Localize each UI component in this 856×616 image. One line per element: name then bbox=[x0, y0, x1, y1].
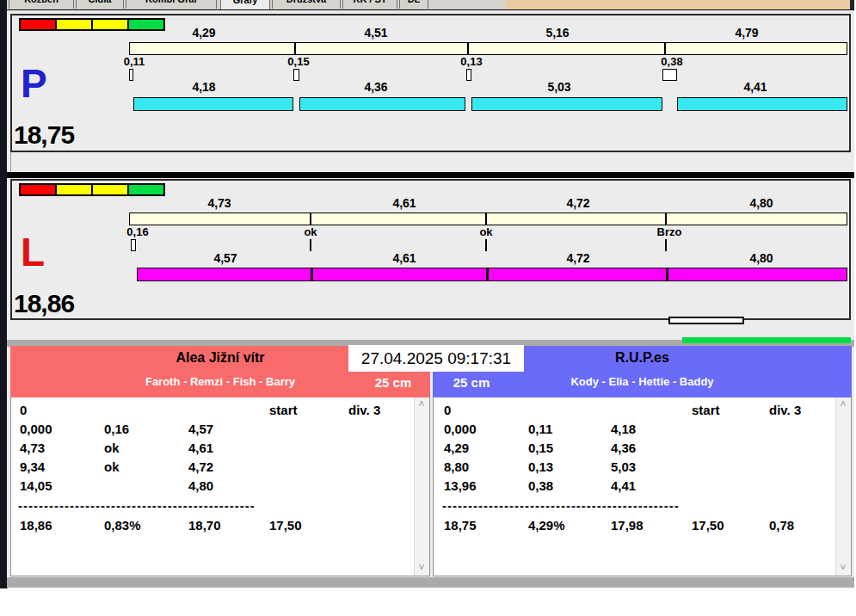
table-cell: 9,34 bbox=[20, 459, 45, 474]
p-gap4-label: 0,38 bbox=[661, 55, 682, 68]
team-left-members: Faroth - Remzi - Fish - Barry bbox=[10, 375, 430, 388]
p-gap4-box bbox=[662, 69, 677, 81]
summary-diff: 0,78 bbox=[769, 518, 794, 533]
background-window-strip bbox=[506, 0, 850, 9]
bottom-bar bbox=[7, 577, 854, 588]
scrollbar[interactable]: ˄ ˅ bbox=[414, 397, 429, 576]
tab-dl[interactable]: DL bbox=[399, 0, 428, 9]
table-cell: 0,000 bbox=[444, 422, 477, 436]
scrollbar[interactable]: ˄ ˅ bbox=[835, 397, 851, 576]
marker-box bbox=[668, 317, 744, 324]
l-leg2-net: 4,61 bbox=[392, 251, 416, 265]
p-total-time: 18,75 bbox=[14, 120, 74, 150]
table-cell: 4,57 bbox=[188, 422, 213, 436]
p-leg4-total: 4,79 bbox=[735, 26, 758, 40]
bar-divider bbox=[311, 268, 313, 280]
tab-kombi-graf[interactable]: Kombi Graf bbox=[126, 0, 217, 9]
p-gap1-box bbox=[129, 69, 133, 81]
tab-bar: Rozběh Čidla Kombi Graf Grafy Družstva K… bbox=[7, 0, 506, 9]
progress-bar bbox=[682, 337, 851, 343]
l-leg1-total: 4,73 bbox=[207, 196, 231, 210]
jump-height-left: 25 cm bbox=[375, 375, 412, 390]
tab-grafy[interactable]: Grafy bbox=[220, 0, 270, 9]
table-cell: 8,80 bbox=[444, 459, 469, 474]
tab-cidla[interactable]: Čidla bbox=[76, 0, 124, 9]
l-gap3-label: ok bbox=[479, 225, 492, 238]
p-gap1-label: 0,11 bbox=[124, 55, 145, 68]
light-red-icon bbox=[19, 183, 57, 196]
table-cell: ok bbox=[104, 440, 120, 455]
p-gap2-box bbox=[293, 69, 299, 81]
summary-net: 17,98 bbox=[611, 518, 644, 533]
light-red-icon bbox=[19, 18, 57, 31]
p-leg4-bar bbox=[677, 97, 847, 111]
p-leg3-bar bbox=[471, 97, 662, 111]
table-cell: 14,05 bbox=[20, 478, 52, 493]
p-total-bar bbox=[129, 42, 847, 55]
l-gap4-tick bbox=[665, 239, 667, 251]
light-green-icon bbox=[127, 18, 165, 31]
l-leg4-net: 4,80 bbox=[749, 251, 773, 265]
l-legs-bar bbox=[137, 268, 847, 281]
p-leg3-net: 5,03 bbox=[547, 80, 570, 94]
l-leg1-net: 4,57 bbox=[213, 251, 237, 265]
tab-kr-st[interactable]: KR / ST bbox=[342, 0, 397, 9]
head-start: start bbox=[269, 403, 298, 417]
tab-druzstva[interactable]: Družstva bbox=[272, 0, 341, 9]
l-leg2-total: 4,61 bbox=[392, 196, 416, 210]
l-leg4-total: 4,80 bbox=[749, 196, 773, 210]
l-gap4-label: Brzo bbox=[657, 225, 682, 238]
p-leg4-net: 4,41 bbox=[743, 80, 767, 94]
p-leg1-bar bbox=[133, 97, 293, 111]
l-gap1-label: 0,16 bbox=[126, 225, 148, 238]
team-right-members: Kody - Elia - Hettie - Baddy bbox=[433, 375, 852, 388]
table-cell: 4,72 bbox=[188, 459, 213, 474]
p-leg2-bar bbox=[299, 97, 465, 111]
team-right-panel: R.U.P.es Kody - Elia - Hettie - Baddy 0 … bbox=[433, 346, 852, 586]
p-leg1-total: 4,29 bbox=[192, 26, 215, 40]
bar-divider bbox=[666, 268, 668, 280]
l-gap2-tick bbox=[310, 239, 311, 251]
p-gap2-label: 0,15 bbox=[287, 55, 309, 68]
l-gap2-label: ok bbox=[304, 225, 317, 238]
summary-limit: 17,50 bbox=[692, 518, 724, 533]
table-cell: 4,36 bbox=[611, 440, 636, 455]
table-cell: 0,16 bbox=[104, 422, 129, 436]
summary-total: 18,75 bbox=[444, 518, 477, 533]
bar-divider bbox=[486, 268, 489, 280]
scroll-up-icon[interactable]: ˄ bbox=[836, 397, 850, 412]
tab-rozbeh[interactable]: Rozběh bbox=[9, 0, 74, 9]
summary-limit: 17,50 bbox=[269, 518, 302, 533]
team-right-table: 0 start div. 3 0,000 0,11 4,18 4,29 0,15… bbox=[433, 397, 852, 576]
light-yellow1-icon bbox=[55, 183, 93, 196]
summary-net: 18,70 bbox=[188, 518, 221, 533]
table-cell: ok bbox=[104, 459, 120, 474]
p-leg2-total: 4,51 bbox=[364, 26, 387, 40]
bar-divider bbox=[294, 43, 296, 54]
bar-divider bbox=[664, 43, 666, 54]
p-leg3-total: 5,16 bbox=[545, 26, 569, 40]
team-left-table: 0 start div. 3 0,000 0,16 4,57 4,73 ok 4… bbox=[10, 397, 430, 576]
light-yellow1-icon bbox=[55, 18, 93, 31]
table-cell: 4,80 bbox=[188, 478, 213, 493]
table-separator: ----------------------------------------… bbox=[18, 498, 256, 513]
lane-p-letter: P bbox=[21, 64, 47, 103]
lane-l-panel: L 4,73 4,61 4,72 4,80 0,16 ok ok Brzo 4,… bbox=[10, 179, 851, 320]
light-green-icon bbox=[127, 183, 165, 196]
scroll-down-icon[interactable]: ˅ bbox=[415, 561, 428, 576]
table-cell: 4,18 bbox=[611, 422, 636, 436]
scroll-down-icon[interactable]: ˅ bbox=[836, 561, 850, 576]
lane-divider bbox=[7, 172, 854, 178]
p-leg1-net: 4,18 bbox=[192, 80, 215, 94]
table-cell: 0,15 bbox=[528, 440, 553, 455]
scroll-up-icon[interactable]: ˄ bbox=[415, 397, 428, 412]
table-cell: 0,13 bbox=[528, 459, 553, 474]
p-gap3-box bbox=[466, 69, 471, 81]
head-first: 0 bbox=[20, 403, 27, 417]
summary-total: 18,86 bbox=[20, 518, 52, 533]
bar-divider bbox=[310, 213, 311, 225]
lane-l-letter: L bbox=[21, 232, 45, 272]
head-div: div. 3 bbox=[769, 403, 801, 417]
p-leg2-net: 4,36 bbox=[364, 80, 387, 94]
team-left-panel: Alea Jižní vítr Faroth - Remzi - Fish - … bbox=[10, 346, 430, 586]
